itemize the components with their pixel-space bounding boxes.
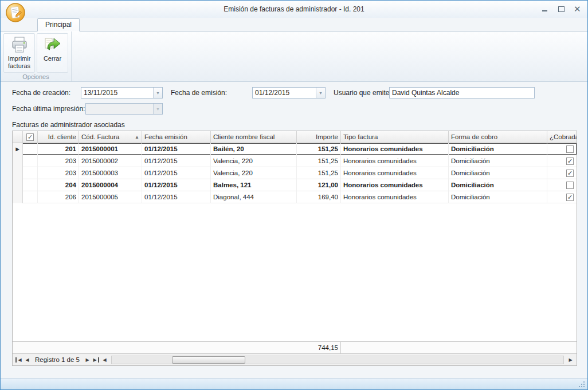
tab-principal[interactable]: Principal	[37, 18, 80, 31]
cobrada-checkbox[interactable]: ✓	[566, 157, 574, 165]
column-header-id-cliente[interactable]: Id. cliente	[38, 131, 79, 143]
row-select-cell[interactable]	[23, 143, 38, 155]
fecha-emision-label: Fecha de emisión:	[166, 89, 252, 97]
fecha-emision-value: 01/12/2015	[253, 88, 316, 98]
imprimir-facturas-label: Imprimir facturas	[4, 55, 34, 69]
cell-id-cliente: 201	[38, 143, 79, 155]
column-header-fecha-emision[interactable]: Fecha emisión	[142, 131, 211, 143]
cobrada-checkbox[interactable]: ✓	[566, 170, 574, 177]
table-row[interactable]: ▶ 201 2015000001 01/12/2015 Bailén, 20 1…	[13, 143, 577, 155]
cell-fecha-emision: 01/12/2015	[142, 167, 211, 179]
minimize-icon[interactable]	[542, 6, 548, 12]
table-row[interactable]: 204 2015000004 01/12/2015 Balmes, 121 12…	[13, 179, 577, 191]
dropdown-arrow-icon[interactable]: ▼	[153, 104, 162, 114]
summary-spacer	[449, 342, 547, 354]
scroll-right-button[interactable]: ▶	[566, 355, 575, 364]
fecha-emision-combo[interactable]: 01/12/2015 ▼	[252, 87, 326, 99]
window-title: Emisión de facturas de administrador - I…	[69, 5, 519, 13]
usuario-emite-input[interactable]	[389, 87, 535, 99]
column-header-cliente[interactable]: Cliente nombre fiscal	[211, 131, 297, 143]
last-record-button[interactable]: ▶	[92, 355, 100, 364]
cell-cobrada: ✓	[547, 155, 577, 167]
cell-id-cliente: 203	[38, 167, 79, 179]
cell-fecha-emision: 01/12/2015	[142, 143, 211, 155]
column-header-cobrada[interactable]: ¿Cobrada	[547, 131, 577, 143]
row-indicator-icon: ▶	[13, 143, 23, 155]
cell-cod-factura: 2015000001	[79, 143, 142, 155]
cell-cobrada	[547, 143, 577, 155]
cell-importe: 169,40	[297, 191, 341, 203]
cerrar-button[interactable]: Cerrar	[37, 33, 68, 73]
cell-forma-cobro: Domiciliación	[449, 167, 547, 179]
row-select-cell[interactable]	[23, 167, 38, 179]
title-bar: Emisión de facturas de administrador - I…	[1, 1, 587, 18]
cell-tipo-factura: Honorarios comunidades	[341, 167, 449, 179]
dropdown-arrow-icon[interactable]: ▼	[153, 88, 162, 98]
row-select-cell[interactable]	[23, 155, 38, 167]
fecha-ultima-impresion-combo[interactable]: ▼	[85, 103, 163, 115]
cell-forma-cobro: Domiciliación	[449, 155, 547, 167]
table-row[interactable]: 203 2015000003 01/12/2015 Valencia, 220 …	[13, 167, 577, 179]
cobrada-checkbox[interactable]	[566, 182, 574, 189]
cell-cliente: Bailén, 20	[211, 143, 297, 155]
horizontal-scrollbar-thumb[interactable]	[172, 356, 245, 364]
cell-importe: 151,25	[297, 143, 341, 155]
status-bar	[1, 379, 587, 389]
close-icon[interactable]: ✕	[574, 6, 581, 12]
grid-header-row: ✓ Id. cliente Cód. Factura ▲ Fecha emisi…	[13, 131, 577, 143]
cell-fecha-emision: 01/12/2015	[142, 155, 211, 167]
next-record-button[interactable]: ▶	[83, 355, 92, 364]
application-button[interactable]	[5, 2, 26, 25]
cobrada-checkbox[interactable]: ✓	[566, 194, 574, 201]
scroll-left-button[interactable]: ◀	[100, 355, 109, 364]
column-header-importe[interactable]: Importe	[297, 131, 341, 143]
previous-record-button[interactable]: ◀	[23, 355, 32, 364]
summary-spacer	[547, 342, 577, 354]
imprimir-facturas-button[interactable]: Imprimir facturas	[3, 33, 35, 73]
first-record-icon: ◀	[15, 357, 21, 363]
summary-spacer	[341, 342, 449, 354]
fecha-ultima-impresion-value	[86, 104, 153, 114]
maximize-icon[interactable]	[558, 6, 565, 12]
cell-cobrada: ✓	[547, 167, 577, 179]
cell-cliente: Valencia, 220	[211, 167, 297, 179]
resize-grip[interactable]	[583, 381, 585, 383]
cell-cliente: Balmes, 121	[211, 179, 297, 191]
table-row[interactable]: 203 2015000002 01/12/2015 Valencia, 220 …	[13, 155, 577, 167]
cell-id-cliente: 204	[38, 179, 79, 191]
select-all-checkbox[interactable]: ✓	[26, 133, 34, 141]
cell-tipo-factura: Honorarios comunidades	[341, 179, 449, 191]
column-header-cod-factura[interactable]: Cód. Factura ▲	[79, 131, 142, 143]
fecha-ultima-impresion-label: Fecha última impresión:	[12, 105, 85, 113]
cell-cliente: Diagonal, 444	[211, 191, 297, 203]
summary-spacer	[38, 342, 79, 354]
cell-cobrada	[547, 179, 577, 191]
form-row-1: Fecha de creación: 13/11/2015 ▼ Fecha de…	[12, 86, 577, 99]
cell-tipo-factura: Honorarios comunidades	[341, 155, 449, 167]
table-row[interactable]: 206 2015000005 01/12/2015 Diagonal, 444 …	[13, 191, 577, 203]
column-header-forma-cobro[interactable]: Forma de cobro	[449, 131, 547, 143]
row-select-cell[interactable]	[23, 179, 38, 191]
ribbon-tab-row: Principal	[1, 18, 587, 31]
cell-importe: 121,00	[297, 179, 341, 191]
row-indicator-cell	[13, 191, 23, 203]
row-select-cell[interactable]	[23, 191, 38, 203]
select-all-header-cell[interactable]: ✓	[23, 131, 38, 143]
cell-forma-cobro: Domiciliación	[449, 143, 547, 155]
ribbon-panel: Imprimir facturas Cerrar Opciones	[1, 31, 587, 82]
invoice-app-icon	[5, 2, 26, 23]
printer-icon	[10, 36, 29, 54]
row-indicator-cell	[13, 155, 23, 167]
horizontal-scrollbar[interactable]	[111, 356, 564, 364]
first-record-button[interactable]: ◀	[14, 355, 23, 364]
fecha-creacion-combo[interactable]: 13/11/2015 ▼	[81, 87, 163, 99]
cell-forma-cobro: Domiciliación	[449, 191, 547, 203]
last-record-icon: ▶	[93, 357, 99, 363]
cobrada-checkbox[interactable]	[566, 145, 574, 153]
usuario-emite-label: Usuario que emite:	[329, 89, 389, 97]
column-header-tipo-factura[interactable]: Tipo factura	[341, 131, 449, 143]
dropdown-arrow-icon[interactable]: ▼	[316, 88, 325, 98]
summary-spacer	[211, 342, 297, 354]
app-window: Emisión de facturas de administrador - I…	[0, 0, 588, 390]
cell-fecha-emision: 01/12/2015	[142, 191, 211, 203]
